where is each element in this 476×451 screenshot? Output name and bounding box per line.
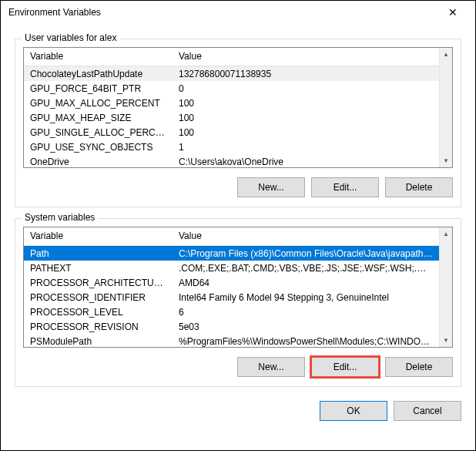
cell-variable: GPU_FORCE_64BIT_PTR (24, 82, 173, 95)
user-variables-group: User variables for alex Variable Value C… (15, 39, 461, 207)
cell-value: 0 (173, 82, 439, 95)
content-area: User variables for alex Variable Value C… (1, 24, 475, 432)
scroll-down-icon[interactable]: ▼ (440, 154, 452, 167)
user-list-headers: Variable Value (24, 48, 439, 66)
ok-button[interactable]: OK (320, 401, 387, 421)
scroll-track[interactable] (440, 241, 452, 334)
cell-variable: PROCESSOR_IDENTIFIER (24, 291, 173, 304)
cell-variable: GPU_USE_SYNC_OBJECTS (24, 141, 173, 153)
window-title: Environment Variables (8, 7, 435, 18)
cell-value: AMD64 (173, 277, 439, 289)
env-vars-dialog: Environment Variables ✕ User variables f… (0, 0, 476, 451)
table-row[interactable]: GPU_MAX_ALLOC_PERCENT100 (24, 96, 439, 110)
titlebar: Environment Variables ✕ (1, 1, 475, 24)
system-edit-button[interactable]: Edit... (311, 357, 379, 377)
scroll-up-icon[interactable]: ▲ (440, 48, 452, 61)
table-row[interactable]: ChocolateyLastPathUpdate1327868000711389… (24, 66, 439, 81)
cell-value: 6 (173, 306, 439, 318)
table-row[interactable]: PROCESSOR_IDENTIFIERIntel64 Family 6 Mod… (24, 290, 439, 305)
dialog-button-row: OK Cancel (15, 401, 461, 421)
scroll-up-icon[interactable]: ▲ (440, 227, 452, 241)
cell-value: .COM;.EXE;.BAT;.CMD;.VBS;.VBE;.JS;.JSE;.… (173, 262, 439, 274)
header-variable[interactable]: Variable (24, 227, 173, 245)
user-button-row: New... Edit... Delete (23, 177, 453, 197)
cell-value: C:\Users\akova\OneDrive (173, 156, 439, 168)
header-value[interactable]: Value (173, 48, 439, 66)
cell-variable: PROCESSOR_LEVEL (24, 306, 173, 318)
table-row[interactable]: GPU_FORCE_64BIT_PTR0 (24, 81, 439, 96)
table-row[interactable]: OneDriveC:\Users\akova\OneDrive (24, 154, 439, 167)
system-scrollbar[interactable]: ▲ ▼ (439, 227, 452, 347)
system-list-headers: Variable Value (24, 227, 439, 246)
header-variable[interactable]: Variable (24, 48, 173, 66)
header-value[interactable]: Value (173, 227, 439, 245)
scroll-down-icon[interactable]: ▼ (440, 334, 452, 347)
user-new-button[interactable]: New... (237, 177, 305, 197)
system-button-row: New... Edit... Delete (23, 357, 453, 377)
cell-value: C:\Program Files (x86)\Common Files\Orac… (173, 247, 439, 260)
cell-value: 1 (173, 141, 439, 153)
system-variables-group: System variables Variable Value PathC:\P… (15, 218, 461, 387)
table-row[interactable]: PathC:\Program Files (x86)\Common Files\… (24, 246, 439, 261)
cell-variable: GPU_SINGLE_ALLOC_PERCE... (24, 126, 173, 139)
cell-value: 5e03 (173, 321, 439, 333)
system-variables-list[interactable]: Variable Value PathC:\Program Files (x86… (23, 227, 453, 348)
cell-variable: PROCESSOR_ARCHITECTURE (24, 277, 173, 289)
cell-value: 100 (173, 97, 439, 109)
cell-value: %ProgramFiles%\WindowsPowerShell\Modules… (173, 335, 439, 348)
cell-variable: Path (24, 247, 173, 260)
cell-variable: OneDrive (24, 156, 173, 168)
table-row[interactable]: PROCESSOR_LEVEL6 (24, 305, 439, 319)
table-row[interactable]: PROCESSOR_REVISION5e03 (24, 319, 439, 334)
system-new-button[interactable]: New... (237, 357, 305, 377)
cell-variable: GPU_MAX_ALLOC_PERCENT (24, 97, 173, 109)
table-row[interactable]: PSModulePath%ProgramFiles%\WindowsPowerS… (24, 334, 439, 347)
user-variables-list[interactable]: Variable Value ChocolateyLastPathUpdate1… (23, 47, 453, 168)
cancel-button[interactable]: Cancel (394, 401, 461, 421)
cell-variable: PATHEXT (24, 262, 173, 274)
user-edit-button[interactable]: Edit... (311, 177, 379, 197)
table-row[interactable]: GPU_USE_SYNC_OBJECTS1 (24, 140, 439, 154)
scroll-track[interactable] (440, 61, 452, 154)
table-row[interactable]: GPU_MAX_HEAP_SIZE100 (24, 110, 439, 125)
cell-variable: PROCESSOR_REVISION (24, 321, 173, 333)
table-row[interactable]: PROCESSOR_ARCHITECTUREAMD64 (24, 275, 439, 290)
user-delete-button[interactable]: Delete (385, 177, 453, 197)
cell-value: 100 (173, 112, 439, 124)
user-variables-legend: User variables for alex (22, 32, 119, 43)
cell-variable: GPU_MAX_HEAP_SIZE (24, 112, 173, 124)
table-row[interactable]: GPU_SINGLE_ALLOC_PERCE...100 (24, 125, 439, 140)
system-delete-button[interactable]: Delete (385, 357, 453, 377)
cell-variable: PSModulePath (24, 335, 173, 348)
cell-value: 132786800071138935 (173, 68, 439, 80)
cell-value: Intel64 Family 6 Model 94 Stepping 3, Ge… (173, 291, 439, 304)
close-icon: ✕ (448, 6, 458, 19)
user-scrollbar[interactable]: ▲ ▼ (439, 48, 452, 167)
cell-variable: ChocolateyLastPathUpdate (24, 68, 173, 80)
system-variables-legend: System variables (22, 212, 98, 223)
table-row[interactable]: PATHEXT.COM;.EXE;.BAT;.CMD;.VBS;.VBE;.JS… (24, 261, 439, 275)
close-button[interactable]: ✕ (435, 1, 471, 24)
cell-value: 100 (173, 126, 439, 139)
